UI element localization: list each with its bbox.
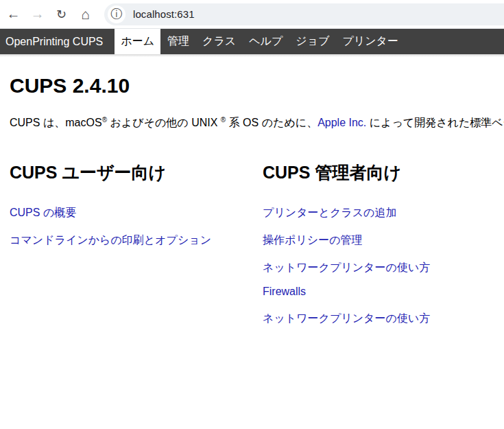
page-title: CUPS 2.4.10 — [10, 74, 504, 97]
columns: CUPS ユーザー向け CUPS の概要 コマンドラインからの印刷とオプション … — [10, 163, 504, 325]
home-icon[interactable]: ⌂ — [73, 2, 97, 26]
link-using-network-printers[interactable]: ネットワークプリンターの使い方 — [263, 262, 430, 273]
registered-mark: ® — [221, 116, 226, 124]
tab-classes[interactable]: クラス — [196, 29, 242, 54]
tab-printers[interactable]: プリンター — [336, 29, 405, 54]
intro-text: 系 OS のために、 — [226, 117, 317, 128]
apple-inc-link[interactable]: Apple Inc. — [317, 117, 366, 128]
browser-toolbar: ← → ↻ ⌂ ⓘ localhost:631 — [0, 0, 504, 29]
user-column-heading: CUPS ユーザー向け — [10, 163, 263, 183]
back-icon[interactable]: ← — [1, 2, 25, 26]
main-content: CUPS 2.4.10 CUPS は、macOS® およびその他の UNIX ®… — [0, 74, 504, 325]
user-column: CUPS ユーザー向け CUPS の概要 コマンドラインからの印刷とオプション — [10, 163, 263, 325]
admin-column: CUPS 管理者向け プリンターとクラスの追加 操作ポリシーの管理 ネットワーク… — [263, 163, 504, 325]
intro-text: によって開発された標準ベー — [366, 117, 504, 128]
url-text[interactable]: localhost:631 — [133, 8, 195, 20]
link-using-network-printers-2[interactable]: ネットワークプリンターの使い方 — [263, 312, 430, 324]
link-adding-printers-classes[interactable]: プリンターとクラスの追加 — [263, 207, 396, 218]
address-bar[interactable]: ⓘ localhost:631 — [104, 3, 504, 25]
brand-link[interactable]: OpenPrinting CUPS — [0, 29, 110, 54]
admin-column-heading: CUPS 管理者向け — [263, 163, 504, 183]
site-info-icon[interactable]: ⓘ — [108, 5, 125, 23]
link-managing-operation-policies[interactable]: 操作ポリシーの管理 — [263, 234, 363, 246]
tab-help[interactable]: ヘルプ — [243, 29, 289, 54]
cups-navbar: OpenPrinting CUPS ホーム 管理 クラス ヘルプ ジョブ プリン… — [0, 29, 504, 54]
intro-text: CUPS は、macOS — [10, 117, 102, 128]
tab-home[interactable]: ホーム — [115, 29, 160, 54]
tab-jobs[interactable]: ジョブ — [289, 29, 335, 54]
navbar-shadow — [0, 54, 504, 57]
intro-text: およびその他の UNIX — [107, 117, 221, 128]
tab-admin[interactable]: 管理 — [161, 29, 195, 54]
registered-mark: ® — [102, 116, 107, 124]
link-firewalls[interactable]: Firewalls — [263, 286, 306, 297]
reload-icon[interactable]: ↻ — [49, 2, 73, 26]
link-overview-of-cups[interactable]: CUPS の概要 — [10, 207, 76, 218]
forward-icon: → — [25, 2, 49, 26]
intro-paragraph: CUPS は、macOS® およびその他の UNIX ® 系 OS のために、A… — [10, 115, 504, 131]
link-command-line-printing[interactable]: コマンドラインからの印刷とオプション — [10, 234, 211, 246]
nav-tabs: ホーム 管理 クラス ヘルプ ジョブ プリンター — [115, 29, 405, 54]
